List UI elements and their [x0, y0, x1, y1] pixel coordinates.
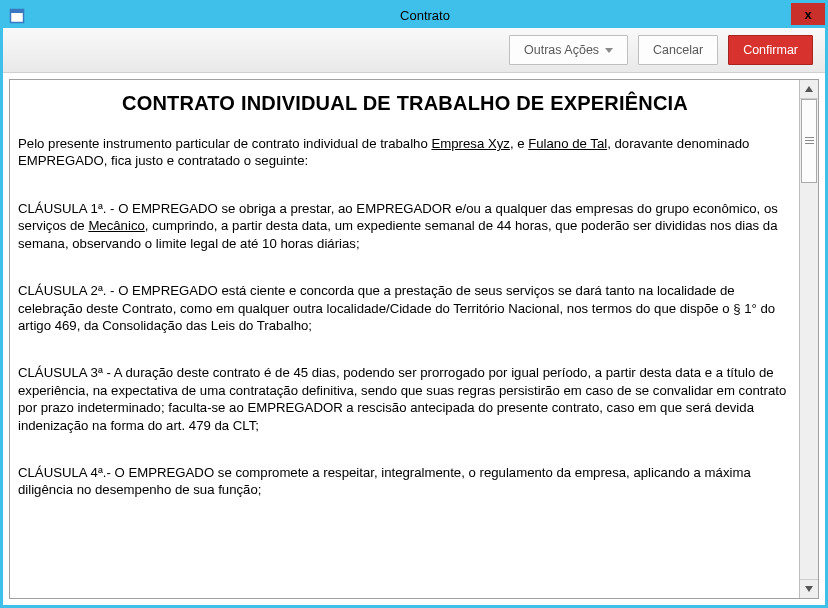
- scrollbar-track[interactable]: [800, 99, 818, 579]
- close-icon: x: [804, 7, 811, 22]
- client-area: Outras Ações Cancelar Confirmar CONTRATO…: [3, 28, 825, 605]
- clause-2: CLÁUSULA 2ª. - O EMPREGADO está ciente e…: [18, 282, 792, 334]
- clause-1: CLÁUSULA 1ª. - O EMPREGADO se obriga a p…: [18, 200, 792, 252]
- cancel-label: Cancelar: [653, 43, 703, 57]
- employee-name: Fulano de Tal: [528, 136, 607, 151]
- role-name: Mecânico: [88, 218, 144, 233]
- scroll-down-button[interactable]: [800, 579, 818, 598]
- clause-4: CLÁUSULA 4ª.- O EMPREGADO se compromete …: [18, 464, 792, 499]
- cancel-button[interactable]: Cancelar: [638, 35, 718, 65]
- window-title: Contrato: [25, 8, 825, 23]
- svg-rect-1: [11, 9, 24, 13]
- document-viewport: CONTRATO INDIVIDUAL DE TRABALHO DE EXPER…: [10, 80, 800, 598]
- document-container: CONTRATO INDIVIDUAL DE TRABALHO DE EXPER…: [9, 79, 819, 599]
- scrollbar-thumb[interactable]: [801, 99, 817, 183]
- document-title: CONTRATO INDIVIDUAL DE TRABALHO DE EXPER…: [18, 92, 792, 115]
- app-icon: [9, 8, 25, 24]
- intro-text-a: Pelo presente instrumento particular de …: [18, 136, 431, 151]
- titlebar: Contrato x: [3, 3, 825, 28]
- company-name: Empresa Xyz: [431, 136, 509, 151]
- other-actions-dropdown[interactable]: Outras Ações: [509, 35, 628, 65]
- other-actions-label: Outras Ações: [524, 43, 599, 57]
- vertical-scrollbar[interactable]: [799, 80, 818, 598]
- intro-paragraph: Pelo presente instrumento particular de …: [18, 135, 792, 170]
- clause-3: CLÁUSULA 3ª - A duração deste contrato é…: [18, 364, 792, 434]
- intro-text-b: , e: [510, 136, 528, 151]
- close-button[interactable]: x: [791, 3, 825, 25]
- document-body: CONTRATO INDIVIDUAL DE TRABALHO DE EXPER…: [10, 80, 800, 499]
- chevron-down-icon: [605, 48, 613, 53]
- svg-marker-3: [805, 586, 813, 592]
- toolbar: Outras Ações Cancelar Confirmar: [3, 28, 825, 73]
- confirm-button[interactable]: Confirmar: [728, 35, 813, 65]
- scroll-up-button[interactable]: [800, 80, 818, 99]
- confirm-label: Confirmar: [743, 43, 798, 57]
- svg-marker-2: [805, 86, 813, 92]
- app-window: Contrato x Outras Ações Cancelar Confirm…: [0, 0, 828, 608]
